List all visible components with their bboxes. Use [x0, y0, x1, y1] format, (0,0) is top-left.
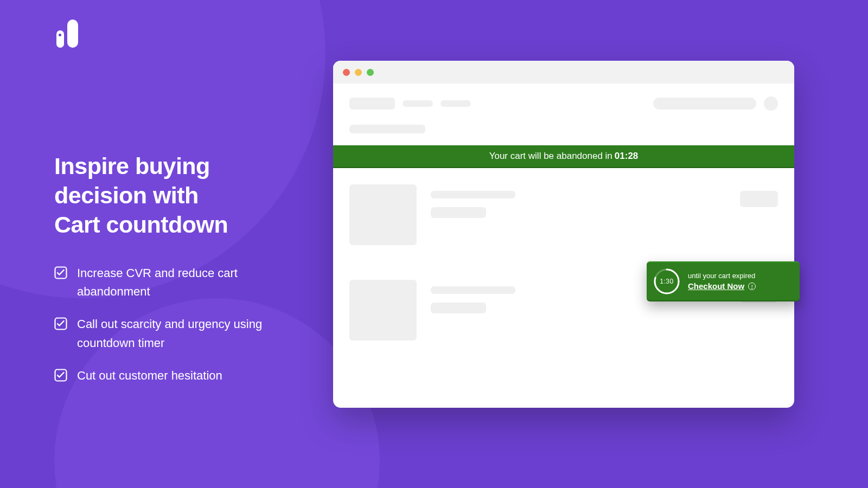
feature-item: Call out scarcity and urgency using coun… — [54, 315, 304, 352]
feature-text: Cut out customer hesitation — [77, 367, 222, 385]
placeholder-search — [653, 98, 756, 110]
check-icon — [54, 266, 67, 279]
banner-timer: 01:28 — [615, 151, 638, 162]
placeholder-product-thumb — [349, 184, 417, 245]
ring-timer: 1:30 — [653, 268, 680, 295]
window-minimize-dot — [355, 69, 362, 76]
banner-text: Your cart will be abandoned in — [489, 151, 612, 162]
placeholder-page-title — [349, 125, 425, 133]
headline: Inspire buying decision with Cart countd… — [54, 152, 304, 239]
checkout-floating-widget[interactable]: 1:30 until your cart expired Checkout No… — [647, 261, 800, 301]
placeholder-line — [431, 191, 515, 198]
placeholder-logo — [349, 98, 395, 110]
feature-item: Cut out customer hesitation — [54, 367, 304, 385]
window-maximize-dot — [367, 69, 374, 76]
feature-text: Increase CVR and reduce cart abandonment — [77, 264, 304, 301]
browser-window-mock: Your cart will be abandoned in 01:28 — [333, 61, 794, 408]
placeholder-product-thumb — [349, 280, 417, 341]
feature-text: Call out scarcity and urgency using coun… — [77, 315, 304, 352]
placeholder-line — [431, 207, 486, 218]
feature-list: Increase CVR and reduce cart abandonment… — [54, 264, 304, 384]
cart-countdown-banner: Your cart will be abandoned in 01:28 — [333, 145, 794, 168]
check-icon — [54, 317, 67, 330]
window-close-dot — [343, 69, 350, 76]
window-titlebar — [333, 61, 794, 84]
placeholder-price — [740, 191, 778, 207]
placeholder-avatar — [764, 97, 778, 111]
placeholder-nav — [403, 100, 433, 107]
placeholder-line — [431, 286, 515, 294]
widget-subtext: until your cart expired — [688, 272, 791, 280]
chevron-right-icon: › — [748, 282, 756, 290]
checkout-now-link[interactable]: Checkout Now › — [688, 281, 756, 291]
cart-row-placeholder — [349, 168, 778, 251]
placeholder-line — [431, 303, 486, 313]
check-icon — [54, 369, 67, 382]
feature-item: Increase CVR and reduce cart abandonment — [54, 264, 304, 301]
brand-logo — [56, 20, 78, 48]
countdown-ring-icon: 1:30 — [653, 268, 680, 295]
site-topbar-placeholder — [333, 84, 794, 118]
placeholder-nav — [441, 100, 471, 107]
